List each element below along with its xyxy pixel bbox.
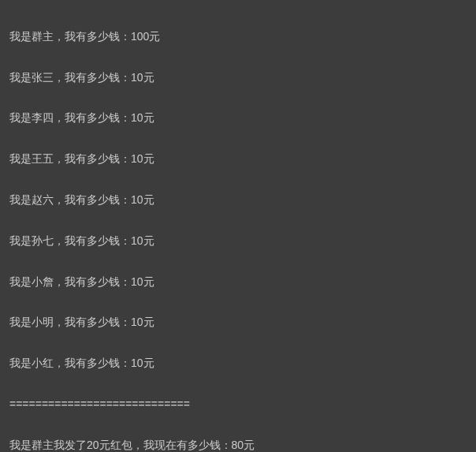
output-line: 我是群主我发了20元红包，我现在有多少钱：80元: [9, 435, 467, 452]
output-line: 我是赵六，我有多少钱：10元: [9, 190, 467, 211]
output-line: 我是群主，我有多少钱：100元: [9, 27, 467, 47]
console-output: 我是群主，我有多少钱：100元 我是张三，我有多少钱：10元 我是李四，我有多少…: [9, 6, 467, 452]
output-line: 我是张三，我有多少钱：10元: [9, 68, 467, 88]
output-line: 我是小红，我有多少钱：10元: [9, 353, 467, 374]
output-line: 我是小明，我有多少钱：10元: [9, 312, 467, 333]
output-line: 我是王五，我有多少钱：10元: [9, 149, 467, 170]
output-line: 我是孙七，我有多少钱：10元: [9, 231, 467, 252]
output-line: 我是小詹，我有多少钱：10元: [9, 272, 467, 293]
output-line: 我是李四，我有多少钱：10元: [9, 108, 467, 129]
divider-line: ============================: [9, 394, 467, 415]
